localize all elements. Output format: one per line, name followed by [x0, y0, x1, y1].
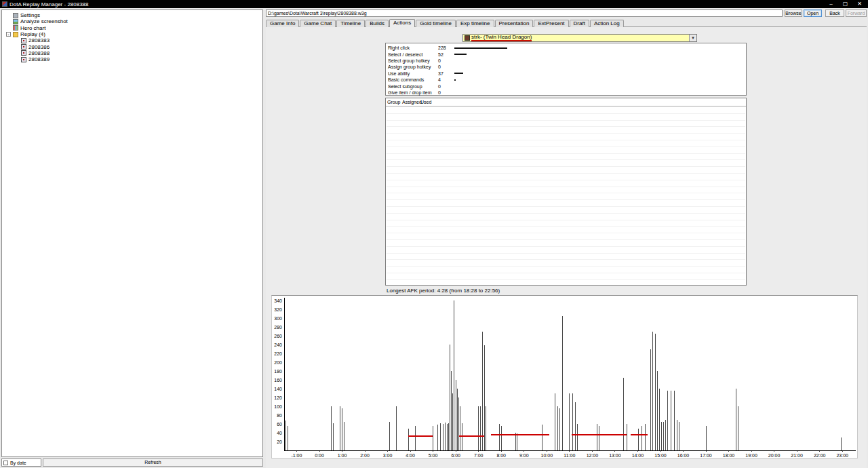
window-title: DotA Replay Manager - 2808388: [9, 1, 89, 7]
tab-exp-timeline[interactable]: Exp timeline: [456, 20, 494, 27]
tab-builds[interactable]: Builds: [366, 20, 389, 27]
by-date-checkbox[interactable]: [3, 461, 8, 465]
action-row-select-subgroup: Select subgroup0: [386, 83, 746, 89]
tree-item-analyze-screenshot[interactable]: Analyze screenshot: [2, 18, 262, 24]
svg-text:20:00: 20:00: [768, 453, 781, 458]
svg-text:140: 140: [274, 387, 282, 391]
chevron-down-icon[interactable]: ▼: [689, 35, 696, 41]
svg-text:240: 240: [274, 343, 282, 347]
dota-replay-manager-window: { "window": { "title": "DotA Replay Mana…: [0, 0, 868, 468]
svg-text:5:00: 5:00: [429, 453, 438, 458]
svg-text:7:00: 7:00: [474, 453, 484, 458]
folder-icon: [13, 32, 18, 37]
tab-presentation[interactable]: Presentation: [495, 20, 534, 27]
action-row-use-ability: Use ability37: [386, 71, 746, 77]
tree-item-label: 2808386: [28, 44, 50, 50]
action-count: 228: [438, 45, 454, 50]
tree-item-label: Replay (4): [20, 31, 45, 37]
back-button[interactable]: Back: [825, 9, 844, 17]
svg-text:160: 160: [274, 378, 282, 383]
action-count: 52: [438, 52, 454, 57]
collapse-toggle-icon[interactable]: -: [6, 32, 11, 37]
close-button[interactable]: ✕: [852, 0, 867, 8]
svg-text:18:00: 18:00: [723, 453, 735, 458]
action-count: 37: [438, 71, 454, 76]
settings-icon: [13, 13, 18, 18]
tree-item-2808388[interactable]: 2808388: [2, 50, 262, 56]
tab-game-chat[interactable]: Game Chat: [300, 20, 336, 27]
tab-timeline[interactable]: Timeline: [336, 20, 365, 27]
tree-item-label: 2808389: [28, 56, 50, 62]
svg-text:0:00: 0:00: [315, 453, 324, 458]
svg-text:22:00: 22:00: [814, 453, 826, 458]
svg-text:220: 220: [274, 351, 282, 356]
group-panel-headers: Group Assigned Used: [386, 98, 746, 106]
action-label: Assign group hotkey: [388, 64, 438, 69]
svg-text:15:00: 15:00: [654, 453, 667, 458]
svg-text:21:00: 21:00: [791, 453, 803, 458]
by-date-label: By date: [10, 461, 26, 465]
maximize-button[interactable]: ▢: [838, 0, 852, 8]
player-select-value: strk- (Twin Head Dragon): [471, 35, 532, 41]
tab-gold-timeline[interactable]: Gold timeline: [416, 20, 456, 27]
tab-game-info[interactable]: Game Info: [266, 20, 299, 27]
svg-text:180: 180: [274, 369, 282, 374]
hero-portrait-icon: [465, 35, 470, 41]
action-count: 4: [438, 77, 454, 82]
action-label: Select subgroup: [388, 84, 438, 89]
tree-item-settings[interactable]: Settings: [2, 12, 262, 18]
svg-text:10:00: 10:00: [541, 453, 553, 458]
svg-text:100: 100: [274, 404, 282, 409]
tree-item-label: 2808383: [28, 37, 50, 43]
by-date-panel: By date: [1, 459, 41, 467]
replay-icon: [21, 57, 26, 62]
tree-item-2808389[interactable]: 2808389: [2, 56, 262, 62]
refresh-button[interactable]: Refresh: [43, 459, 263, 467]
tabstrip: Game InfoGame ChatTimelineBuildsActionsG…: [266, 19, 625, 27]
action-label: Give item / drop item: [388, 90, 438, 95]
svg-text:200: 200: [274, 360, 282, 365]
tab-draft[interactable]: Draft: [570, 20, 589, 27]
action-label: Right click: [388, 45, 438, 50]
tree-item-hero-chart[interactable]: Hero chart: [2, 25, 262, 31]
svg-text:9:00: 9:00: [519, 453, 529, 458]
svg-text:300: 300: [274, 316, 282, 321]
browse-button[interactable]: Browse: [785, 9, 802, 17]
action-bar: [454, 47, 507, 49]
tree-item-label: Analyze screenshot: [20, 18, 68, 24]
svg-text:23:00: 23:00: [836, 453, 848, 458]
svg-text:4:00: 4:00: [406, 453, 415, 458]
group-panel-body: [387, 107, 745, 284]
longest-afk-note: Longest AFK period: 4:28 (from 18:28 to …: [387, 288, 500, 294]
screenshot-icon: [13, 19, 18, 24]
tree-item-replay-4[interactable]: -Replay (4): [2, 31, 262, 37]
app-icon: [2, 1, 7, 7]
open-button[interactable]: Open: [804, 9, 822, 17]
replay-tree: SettingsAnalyze screenshotHero chart-Rep…: [2, 12, 262, 62]
action-label: Select / deselect: [388, 52, 438, 57]
svg-text:320: 320: [274, 307, 282, 312]
action-count: 0: [438, 90, 454, 95]
svg-text:40: 40: [277, 431, 282, 435]
replay-icon: [21, 44, 26, 50]
tree-item-label: 2808388: [28, 50, 50, 56]
minimize-button[interactable]: –: [824, 0, 838, 8]
tree-item-2808383[interactable]: 2808383: [2, 37, 262, 43]
player-select-combobox[interactable]: strk- (Twin Head Dragon) ▼: [462, 34, 697, 42]
action-row-right-click: Right click228: [386, 45, 746, 51]
forward-button: Forward: [846, 9, 867, 17]
replay-path-input[interactable]: D:\games\Dota\Warcraft 3\replay\2808388.…: [266, 9, 783, 17]
tab-actions[interactable]: Actions: [389, 19, 415, 27]
svg-text:16:00: 16:00: [677, 453, 690, 458]
action-label: Use ability: [388, 71, 438, 76]
group-hotkey-panel: Group Assigned Used: [385, 98, 747, 286]
tab-action-log[interactable]: Action Log: [590, 20, 624, 27]
svg-text:14:00: 14:00: [632, 453, 644, 458]
tree-item-2808386[interactable]: 2808386: [2, 43, 262, 50]
action-count: 0: [438, 84, 454, 89]
action-label: Basic commands: [388, 77, 438, 82]
tab-extpresent[interactable]: ExtPresent: [534, 20, 568, 27]
chart-icon: [13, 25, 18, 31]
replay-tree-panel: SettingsAnalyze screenshotHero chart-Rep…: [1, 9, 263, 457]
svg-text:20: 20: [277, 440, 282, 444]
